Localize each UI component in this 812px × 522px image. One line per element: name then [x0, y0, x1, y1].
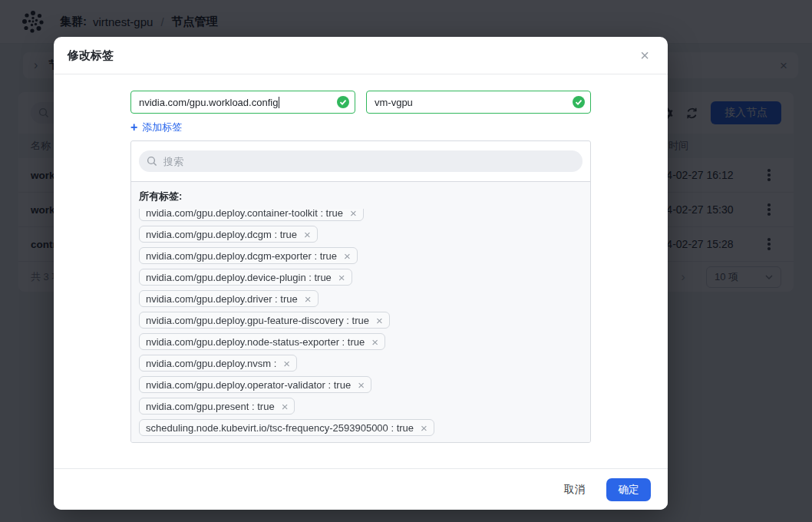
modal-header: 修改标签 × — [54, 37, 668, 74]
label-chip: nvidia.com/gpu.deploy.node-status-export… — [139, 333, 385, 350]
all-labels-title: 所有标签: — [139, 190, 583, 203]
label-search-input[interactable] — [163, 156, 575, 167]
label-chip: nvidia.com/gpu.deploy.device-plugin : tr… — [139, 269, 352, 286]
label-search-box[interactable] — [139, 150, 583, 172]
remove-label-icon[interactable]: × — [305, 293, 312, 305]
remove-label-icon[interactable]: × — [283, 358, 290, 369]
label-chip: nvidia.com/gpu.deploy.dcgm-exporter : tr… — [139, 247, 358, 264]
modal-footer: 取消 确定 — [54, 468, 668, 510]
label-chip: nvidia.com/gpu.deploy.nvsm :× — [139, 355, 297, 372]
label-chip: nvidia.com/gpu.deploy.dcgm : true× — [139, 226, 318, 243]
label-chip: nvidia.com/gpu.deploy.driver : true× — [139, 290, 319, 307]
all-labels-panel: 所有标签: nvidia.com/gpu.deploy.container-to… — [130, 140, 591, 443]
label-chips: nvidia.com/gpu.deploy.container-toolkit … — [139, 209, 583, 441]
search-icon — [147, 156, 157, 167]
label-chip: scheduling.node.kubevirt.io/tsc-frequenc… — [139, 419, 434, 436]
modal-close-icon[interactable]: × — [640, 48, 649, 63]
label-search-area — [131, 141, 590, 181]
modal-body: nvidia.com/gpu.workload.config vm-vgpu — [54, 74, 668, 443]
label-chip: nvidia.com/gpu.present : true× — [139, 398, 295, 415]
cancel-button[interactable]: 取消 — [564, 483, 585, 497]
label-chip: nvidia.com/gpu.deploy.operator-validator… — [139, 376, 371, 393]
label-key-value-row: nvidia.com/gpu.workload.config vm-vgpu — [130, 91, 591, 114]
label-key-field-wrap: nvidia.com/gpu.workload.config — [130, 91, 355, 114]
remove-label-icon[interactable]: × — [358, 379, 365, 391]
remove-label-icon[interactable]: × — [282, 401, 289, 412]
label-value-input[interactable]: vm-vgpu — [366, 91, 591, 114]
valid-check-icon — [573, 96, 585, 108]
label-value-field-wrap: vm-vgpu — [366, 91, 591, 114]
confirm-button[interactable]: 确定 — [606, 478, 651, 501]
remove-label-icon[interactable]: × — [421, 422, 427, 434]
text-caret — [279, 97, 279, 108]
label-chip: nvidia.com/gpu.deploy.gpu-feature-discov… — [139, 312, 390, 329]
remove-label-icon[interactable]: × — [338, 272, 345, 283]
label-key-input[interactable]: nvidia.com/gpu.workload.config — [130, 91, 355, 114]
add-label-button[interactable]: + 添加标签 — [130, 121, 182, 134]
add-label-text: 添加标签 — [142, 121, 182, 134]
all-labels-list: 所有标签: nvidia.com/gpu.deploy.container-to… — [131, 181, 590, 442]
remove-label-icon[interactable]: × — [344, 250, 351, 262]
remove-label-icon[interactable]: × — [304, 229, 311, 240]
remove-label-icon[interactable]: × — [350, 209, 357, 219]
valid-check-icon — [337, 96, 349, 108]
remove-label-icon[interactable]: × — [371, 336, 378, 348]
label-value-value: vm-vgpu — [375, 97, 413, 108]
edit-labels-modal: 修改标签 × nvidia.com/gpu.workload.config vm… — [54, 37, 668, 510]
label-key-value: nvidia.com/gpu.workload.config — [139, 97, 278, 108]
remove-label-icon[interactable]: × — [376, 315, 383, 326]
modal-title: 修改标签 — [68, 48, 114, 63]
plus-icon: + — [130, 121, 137, 134]
label-chip: nvidia.com/gpu.deploy.container-toolkit … — [139, 209, 364, 221]
